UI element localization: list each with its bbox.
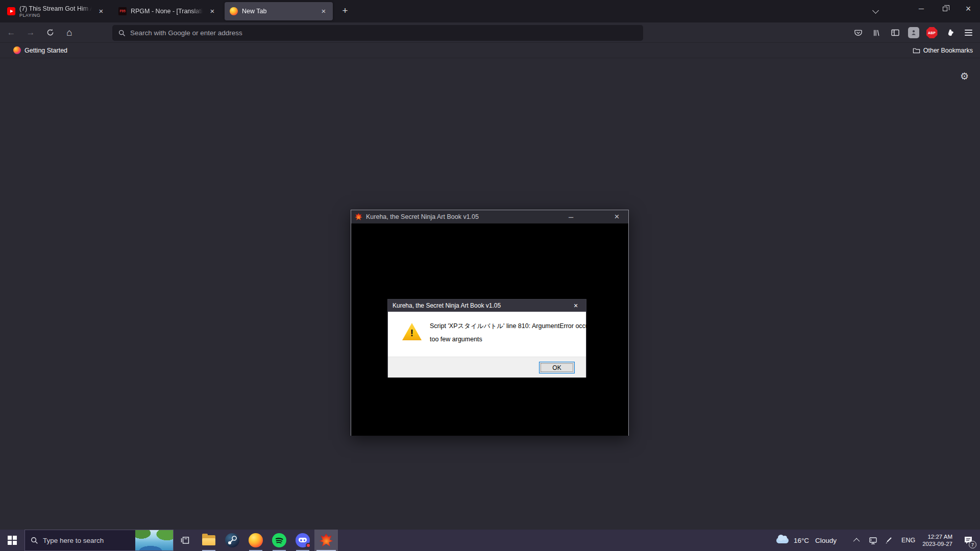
game-window-controls: ─ × [559, 210, 628, 223]
pocket-button[interactable] [851, 26, 866, 40]
tab-close-icon[interactable]: × [207, 6, 217, 16]
youtube-icon [7, 7, 15, 15]
tab-title: RPGM - None - [Translation Req [131, 8, 203, 15]
other-bookmarks-button[interactable]: Other Bookmarks [913, 47, 973, 54]
ok-button[interactable]: OK [539, 362, 575, 373]
tab-title: New Tab [242, 8, 314, 15]
sidebar-icon [891, 28, 900, 37]
start-button[interactable] [0, 530, 24, 551]
pen-tray-button[interactable] [882, 530, 895, 551]
home-button[interactable]: ⌂ [61, 25, 78, 40]
search-icon [31, 537, 38, 544]
toolbar-extensions: ABP [851, 22, 976, 43]
bookmarks-bar: Getting Started Other Bookmarks [0, 43, 980, 58]
action-center-button[interactable]: 7 [960, 530, 977, 551]
search-icon [118, 30, 126, 37]
list-all-tabs-button[interactable] [869, 4, 884, 19]
pen-icon [884, 536, 893, 545]
taskbar-search[interactable] [24, 530, 174, 551]
spotify-icon [272, 533, 286, 547]
url-bar[interactable] [112, 25, 643, 41]
taskbar: 16°C Cloudy ENG 12:27 AM 2023-09-27 7 [0, 530, 980, 551]
tab-new-tab[interactable]: New Tab × [225, 2, 333, 20]
windows-logo-icon [8, 536, 17, 545]
error-message-line2: too few arguments [430, 333, 602, 346]
f95zone-icon: F95 [118, 7, 127, 15]
tab-text-group: RPGM - None - [Translation Req [131, 8, 203, 15]
firefox-button[interactable] [244, 530, 267, 551]
weather-condition[interactable]: Cloudy [815, 537, 837, 544]
reload-button[interactable] [42, 25, 58, 40]
spotify-button[interactable] [267, 530, 291, 551]
clock-date: 2023-09-27 [922, 540, 952, 547]
search-highlight-image[interactable] [135, 530, 173, 550]
firefox-icon [249, 533, 263, 547]
sidebar-toggle-button[interactable] [888, 26, 902, 40]
extension2-button[interactable] [943, 26, 958, 40]
chevron-down-icon [872, 7, 879, 14]
system-tray: 16°C Cloudy ENG 12:27 AM 2023-09-27 7 [776, 530, 980, 551]
game-window-content: Kureha, the Secret Ninja Art Book v1.05 … [351, 223, 628, 436]
discord-icon [296, 533, 310, 547]
tab-close-icon[interactable]: × [318, 6, 329, 16]
tab-f95zone[interactable]: F95 RPGM - None - [Translation Req × [113, 2, 222, 20]
pocket-icon [854, 29, 863, 37]
library-button[interactable] [869, 26, 884, 40]
adblock-icon: ABP [926, 27, 938, 38]
adblock-button[interactable]: ABP [924, 26, 939, 40]
clock[interactable]: 12:27 AM 2023-09-27 [922, 533, 952, 547]
new-tab-page: ⚙ Kureha, the Secret Ninja Art Book v1.0… [0, 58, 980, 530]
task-view-icon [180, 535, 190, 545]
error-dialog[interactable]: Kureha, the Secret Ninja Art Book v1.05 … [387, 299, 586, 378]
task-view-button[interactable] [174, 530, 197, 551]
weather-temperature[interactable]: 16°C [794, 537, 809, 544]
browser-close-button[interactable]: × [957, 0, 980, 17]
taskbar-search-input[interactable] [43, 537, 125, 544]
extension-icon [908, 27, 919, 38]
game-maximize-button[interactable] [582, 210, 605, 223]
folder-icon [913, 47, 920, 54]
network-tray-button[interactable] [867, 530, 880, 551]
tab-youtube[interactable]: (7) This Stream Got Him Arreste PLAYING … [2, 2, 110, 20]
bookmark-getting-started[interactable]: Getting Started [10, 45, 70, 56]
url-input[interactable] [130, 29, 590, 37]
restore-icon [943, 7, 947, 11]
error-dialog-title: Kureha, the Secret Ninja Art Book v1.05 [393, 302, 566, 309]
error-dialog-footer: OK [388, 357, 586, 378]
gear-icon[interactable]: ⚙ [960, 70, 969, 82]
browser-toolbar: ← → ⌂ ABP [0, 22, 980, 43]
menu-button[interactable] [961, 26, 976, 40]
game-close-button[interactable]: × [605, 210, 628, 223]
error-dialog-titlebar[interactable]: Kureha, the Secret Ninja Art Book v1.05 … [388, 299, 586, 312]
tab-text-group: New Tab [242, 8, 314, 15]
game-app-icon [320, 534, 333, 547]
language-indicator[interactable]: ENG [901, 537, 915, 544]
library-icon [872, 29, 881, 37]
steam-icon [225, 533, 239, 547]
weather-cloud-icon [776, 538, 789, 543]
forward-button[interactable]: → [22, 25, 39, 40]
error-message-line1: Script 'XPスタイルバトル' line 810: ArgumentErr… [430, 319, 602, 333]
extension2-icon [946, 29, 954, 37]
back-button[interactable]: ← [3, 25, 19, 40]
tab-close-icon[interactable]: × [96, 6, 106, 16]
new-tab-button[interactable]: + [338, 4, 352, 18]
game-taskbar-button[interactable] [314, 530, 338, 551]
extension-button[interactable] [906, 26, 921, 40]
tab-text-group: (7) This Stream Got Him Arreste PLAYING [19, 5, 92, 18]
game-window-titlebar[interactable]: Kureha, the Secret Ninja Art Book v1.05 … [351, 210, 628, 223]
game-app-icon [355, 213, 362, 221]
game-minimize-button[interactable]: ─ [559, 210, 582, 223]
dialog-close-button[interactable]: × [566, 299, 586, 312]
browser-restore-button[interactable] [933, 0, 957, 17]
browser-minimize-button[interactable]: ─ [910, 0, 933, 17]
discord-notification-dot [306, 543, 311, 548]
game-window[interactable]: Kureha, the Secret Ninja Art Book v1.05 … [351, 210, 629, 436]
tray-expand-icon[interactable] [853, 538, 860, 544]
warning-exclamation: ! [402, 328, 422, 339]
file-explorer-button[interactable] [197, 530, 220, 551]
steam-button[interactable] [220, 530, 244, 551]
discord-button[interactable] [291, 530, 314, 551]
notification-badge: 7 [969, 541, 976, 548]
network-icon [869, 536, 878, 545]
